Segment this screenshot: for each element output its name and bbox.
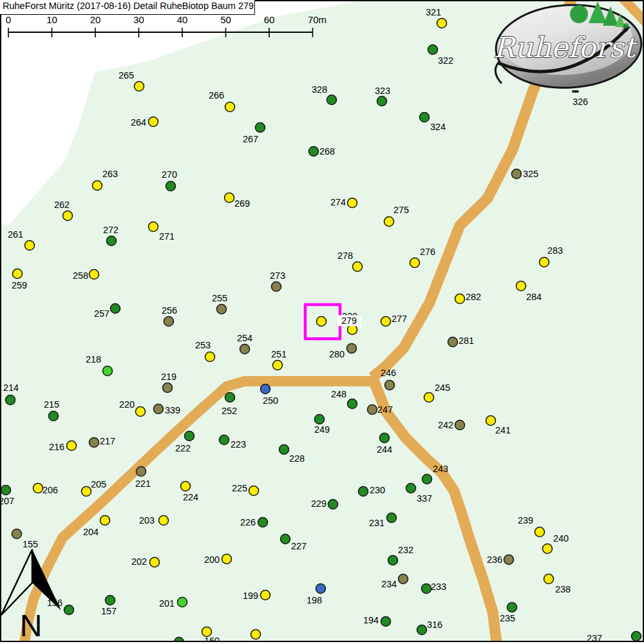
- tree-marker-278[interactable]: [353, 262, 363, 272]
- tree-marker-255[interactable]: [217, 305, 227, 314]
- tree-marker-217[interactable]: [90, 438, 99, 448]
- tree-marker-204[interactable]: [100, 516, 110, 526]
- tree-marker-221[interactable]: [137, 467, 146, 477]
- tree-marker-254[interactable]: [240, 345, 250, 354]
- tree-marker-325[interactable]: [512, 169, 522, 179]
- tree-marker-216[interactable]: [67, 441, 77, 451]
- tree-marker-276[interactable]: [410, 258, 420, 268]
- tree-marker-239[interactable]: [535, 527, 545, 537]
- tree-marker-unlabeled[interactable]: [251, 630, 261, 639]
- tree-marker-155[interactable]: [12, 529, 22, 539]
- tree-marker-205[interactable]: [82, 487, 91, 497]
- tree-marker-241[interactable]: [486, 416, 496, 426]
- tree-marker-264[interactable]: [149, 117, 158, 127]
- tree-marker-323[interactable]: [377, 97, 387, 106]
- tree-marker-324[interactable]: [420, 113, 430, 122]
- tree-marker-244[interactable]: [380, 433, 390, 443]
- tree-marker-269[interactable]: [225, 193, 234, 203]
- tree-marker-243[interactable]: [422, 475, 432, 484]
- tree-label-321: 321: [426, 7, 441, 17]
- tree-marker-233[interactable]: [422, 584, 431, 594]
- tree-marker-253[interactable]: [205, 352, 215, 362]
- tree-marker-248[interactable]: [348, 399, 357, 409]
- tree-marker-224[interactable]: [181, 482, 191, 491]
- tree-marker-240[interactable]: [543, 544, 553, 554]
- tree-marker-242[interactable]: [455, 421, 465, 430]
- tree-marker-272[interactable]: [107, 236, 117, 246]
- tree-marker-207[interactable]: [1, 486, 11, 495]
- tree-marker-201[interactable]: [178, 598, 187, 607]
- tree-marker-266[interactable]: [225, 102, 235, 112]
- tree-marker-247[interactable]: [368, 405, 377, 415]
- tree-marker-200[interactable]: [222, 554, 232, 564]
- tree-label-242: 242: [438, 420, 453, 430]
- tree-marker-275[interactable]: [384, 217, 394, 227]
- tree-marker-320[interactable]: [348, 325, 357, 335]
- tree-marker-322[interactable]: [428, 45, 438, 55]
- tree-marker-259[interactable]: [13, 269, 23, 279]
- tree-marker-262[interactable]: [63, 211, 73, 221]
- tree-marker-206[interactable]: [33, 484, 43, 493]
- tree-marker-222[interactable]: [185, 431, 194, 441]
- tree-marker-251[interactable]: [273, 361, 283, 370]
- tree-marker-283[interactable]: [540, 258, 549, 267]
- tree-marker-271[interactable]: [149, 222, 158, 232]
- tree-marker-274[interactable]: [348, 198, 357, 208]
- tree-marker-277[interactable]: [381, 317, 391, 327]
- tree-marker-228[interactable]: [279, 445, 289, 455]
- tree-marker-218[interactable]: [103, 366, 113, 376]
- tree-marker-225[interactable]: [249, 486, 259, 496]
- map-canvas[interactable]: 3213222652642663283233242672683263252632…: [0, 0, 644, 644]
- tree-marker-199[interactable]: [261, 591, 270, 600]
- tree-marker-249[interactable]: [315, 415, 325, 424]
- tree-marker-156[interactable]: [64, 605, 74, 615]
- tree-marker-273[interactable]: [272, 282, 281, 292]
- tree-marker-230[interactable]: [359, 487, 368, 497]
- tree-marker-238[interactable]: [544, 574, 554, 584]
- tree-marker-316[interactable]: [417, 625, 427, 635]
- tree-marker-261[interactable]: [25, 241, 35, 251]
- tree-marker-219[interactable]: [163, 383, 173, 393]
- tree-marker-223[interactable]: [220, 435, 229, 445]
- tree-marker-252[interactable]: [225, 393, 235, 402]
- tree-marker-202[interactable]: [150, 558, 160, 567]
- tree-marker-339[interactable]: [154, 404, 164, 414]
- tree-label-276: 276: [420, 247, 435, 257]
- tree-marker-337[interactable]: [406, 484, 416, 493]
- tree-marker-232[interactable]: [388, 556, 398, 565]
- tree-marker-157[interactable]: [106, 596, 115, 605]
- tree-marker-231[interactable]: [387, 513, 397, 523]
- tree-marker-198[interactable]: [316, 584, 326, 594]
- tree-marker-229[interactable]: [328, 500, 338, 509]
- tree-marker-215[interactable]: [49, 412, 59, 421]
- tree-marker-267[interactable]: [256, 123, 265, 133]
- tree-marker-237[interactable]: [632, 632, 641, 641]
- tree-marker-250[interactable]: [261, 384, 270, 394]
- tree-marker-263[interactable]: [93, 181, 102, 191]
- tree-marker-245[interactable]: [424, 393, 434, 402]
- tree-marker-226[interactable]: [258, 518, 268, 527]
- tree-marker-265[interactable]: [135, 82, 144, 91]
- tree-marker-268[interactable]: [309, 147, 319, 156]
- tree-marker-234[interactable]: [399, 574, 408, 584]
- tree-marker-282[interactable]: [455, 294, 465, 304]
- tree-marker-203[interactable]: [159, 516, 169, 526]
- tree-marker-235[interactable]: [507, 603, 517, 612]
- tree-marker-270[interactable]: [166, 182, 176, 191]
- tree-marker-214[interactable]: [6, 395, 15, 405]
- tree-marker-258[interactable]: [90, 270, 99, 279]
- tree-marker-321[interactable]: [437, 19, 447, 28]
- tree-marker-194[interactable]: [381, 617, 391, 627]
- tree-marker-220[interactable]: [136, 407, 146, 417]
- tree-marker-279[interactable]: [317, 317, 327, 327]
- tree-marker-256[interactable]: [164, 317, 174, 327]
- tree-marker-284[interactable]: [516, 281, 526, 291]
- tree-marker-227[interactable]: [281, 535, 290, 544]
- tree-label-248: 248: [331, 389, 346, 399]
- tree-marker-280[interactable]: [347, 344, 357, 354]
- tree-marker-328[interactable]: [327, 95, 337, 105]
- tree-marker-257[interactable]: [111, 304, 120, 314]
- tree-marker-236[interactable]: [504, 555, 514, 565]
- tree-marker-246[interactable]: [385, 381, 395, 390]
- tree-marker-281[interactable]: [448, 337, 458, 347]
